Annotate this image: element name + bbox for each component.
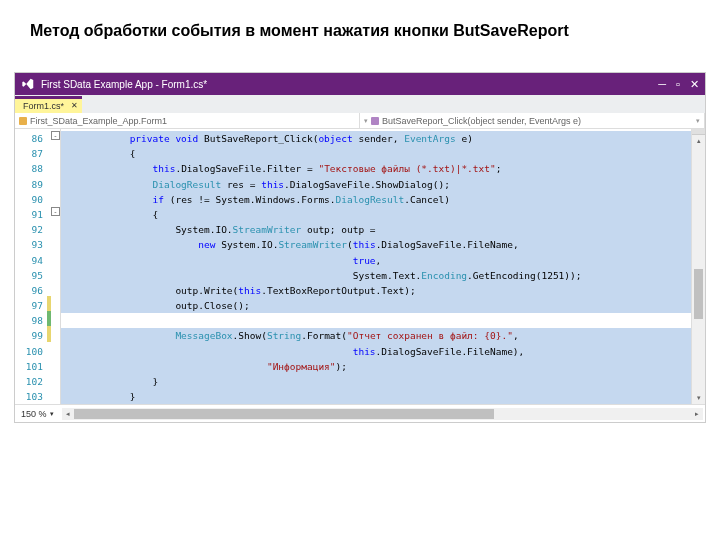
document-tabs: Form1.cs* ✕: [15, 95, 705, 113]
code-line[interactable]: {: [61, 207, 691, 222]
ide-window: First SData Example App - Form1.cs* ─ ▫ …: [14, 72, 706, 423]
line-number: 92: [15, 222, 47, 237]
vs-logo-icon: [21, 77, 35, 91]
collapse-toggle-icon[interactable]: -: [51, 131, 60, 140]
zoom-selector[interactable]: 150 % ▾: [15, 409, 60, 419]
line-number: 100: [15, 344, 47, 359]
line-number: 89: [15, 177, 47, 192]
title-bar[interactable]: First SData Example App - Form1.cs* ─ ▫ …: [15, 73, 705, 95]
code-editor[interactable]: private void ButSaveReport_Click(object …: [61, 129, 691, 404]
tab-label: Form1.cs*: [23, 101, 64, 111]
code-line[interactable]: "Информация");: [61, 359, 691, 374]
code-line[interactable]: outp.Write(this.TextBoxReportOutput.Text…: [61, 283, 691, 298]
code-line[interactable]: System.IO.StreamWriter outp; outp =: [61, 222, 691, 237]
line-number: 87: [15, 146, 47, 161]
line-number: 101: [15, 359, 47, 374]
chevron-down-icon: ▾: [364, 117, 368, 125]
collapse-toggle-icon[interactable]: -: [51, 207, 60, 216]
zoom-level: 150 %: [21, 409, 47, 419]
line-number: 93: [15, 237, 47, 252]
scroll-up-icon[interactable]: ▴: [692, 135, 705, 147]
scroll-down-icon[interactable]: ▾: [692, 392, 705, 404]
line-number: 94: [15, 253, 47, 268]
breadcrumb-class[interactable]: First_SData_Example_App.Form1: [15, 113, 360, 128]
slide-title: Метод обработки события в момент нажатия…: [0, 0, 720, 52]
scroll-right-icon[interactable]: ▸: [691, 408, 703, 420]
code-line[interactable]: }: [61, 374, 691, 389]
vertical-scrollbar[interactable]: ▴ ▾: [691, 129, 705, 404]
line-number: 95: [15, 268, 47, 283]
line-number-gutter: 8687888990919293949596979899100101102103: [15, 129, 47, 404]
code-line[interactable]: true,: [61, 253, 691, 268]
chevron-down-icon: ▾: [696, 117, 700, 125]
close-button[interactable]: ✕: [690, 78, 699, 91]
code-line[interactable]: {: [61, 146, 691, 161]
scroll-thumb[interactable]: [74, 409, 494, 419]
line-number: 88: [15, 161, 47, 176]
code-line[interactable]: private void ButSaveReport_Click(object …: [61, 131, 691, 146]
scroll-left-icon[interactable]: ◂: [62, 408, 74, 420]
scroll-thumb[interactable]: [694, 269, 703, 319]
chevron-down-icon: ▾: [50, 410, 54, 418]
method-icon: [371, 117, 379, 125]
breadcrumb-method[interactable]: ▾ ButSaveReport_Click(object sender, Eve…: [360, 113, 705, 128]
code-line[interactable]: System.Text.Encoding.GetEncoding(1251));: [61, 268, 691, 283]
code-line[interactable]: this.DialogSaveFile.FileName),: [61, 344, 691, 359]
outlining-margin[interactable]: - -: [51, 129, 61, 404]
line-number: 90: [15, 192, 47, 207]
line-number: 96: [15, 283, 47, 298]
code-line[interactable]: if (res != System.Windows.Forms.DialogRe…: [61, 192, 691, 207]
code-line[interactable]: DialogResult res = this.DialogSaveFile.S…: [61, 177, 691, 192]
code-line[interactable]: }: [61, 389, 691, 404]
code-line[interactable]: new System.IO.StreamWriter(this.DialogSa…: [61, 237, 691, 252]
line-number: 86: [15, 131, 47, 146]
breadcrumb-method-label: ButSaveReport_Click(object sender, Event…: [382, 116, 581, 126]
window-title: First SData Example App - Form1.cs*: [41, 79, 658, 90]
maximize-button[interactable]: ▫: [676, 78, 680, 90]
nav-breadcrumb: First_SData_Example_App.Form1 ▾ ButSaveR…: [15, 113, 705, 129]
status-bar: 150 % ▾ ◂ ▸: [15, 404, 705, 422]
breadcrumb-class-label: First_SData_Example_App.Form1: [30, 116, 167, 126]
line-number: 103: [15, 389, 47, 404]
code-line[interactable]: MessageBox.Show(String.Format("Отчет сох…: [61, 328, 691, 343]
line-number: 102: [15, 374, 47, 389]
tab-close-icon[interactable]: ✕: [71, 101, 78, 110]
line-number: 91: [15, 207, 47, 222]
code-line[interactable]: this.DialogSaveFile.Filter = "Текстовые …: [61, 161, 691, 176]
horizontal-scrollbar[interactable]: ◂ ▸: [62, 408, 703, 420]
line-number: 99: [15, 328, 47, 343]
tab-form1[interactable]: Form1.cs* ✕: [15, 96, 82, 113]
minimize-button[interactable]: ─: [658, 78, 666, 90]
window-controls: ─ ▫ ✕: [658, 78, 699, 91]
line-number: 97: [15, 298, 47, 313]
class-icon: [19, 117, 27, 125]
code-line[interactable]: outp.Close();: [61, 298, 691, 313]
editor-area: 8687888990919293949596979899100101102103…: [15, 129, 705, 404]
line-number: 98: [15, 313, 47, 328]
code-line[interactable]: [61, 313, 691, 328]
